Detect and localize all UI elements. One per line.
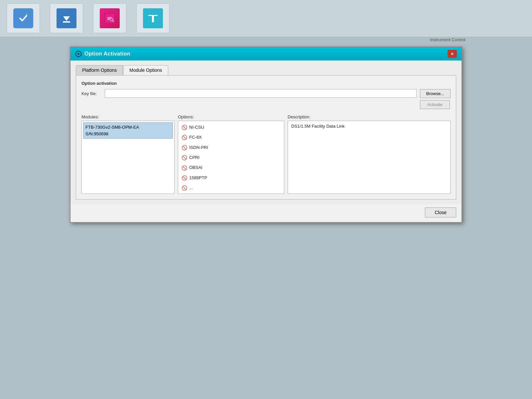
instrument-control-label: Instrument Control — [430, 37, 466, 42]
option-item-cpri[interactable]: 🚫 CPRI — [180, 153, 283, 163]
dialog-footer: Close — [70, 204, 462, 222]
option-item-isdn-pri[interactable]: 🚫 ISDN-PRI — [180, 143, 283, 153]
svg-point-15 — [77, 53, 80, 55]
dialog-content: Platform Options Module Options Option a… — [70, 61, 462, 204]
options-label: Options: — [178, 114, 284, 119]
description-list: DS1/1.5M Facility Data Link — [288, 121, 451, 194]
option-item-more[interactable]: 🚫 ... — [180, 183, 283, 193]
option-label-more: ... — [189, 185, 193, 192]
title-bar: Option Activation × — [70, 47, 462, 61]
options-list[interactable]: 🚫 NI-CSU 🚫 FC-8X 🚫 ISDN-PRI 🚫 — [178, 121, 284, 194]
option-item-fc-8x[interactable]: 🚫 FC-8X — [180, 132, 283, 142]
option-label-1588ptp: 1588PTP — [189, 175, 207, 182]
option-label-ni-csu: NI-CSU — [189, 124, 204, 131]
toolbar-btn-checklist[interactable] — [7, 3, 40, 33]
section-title-option-activation: Option activation — [81, 81, 451, 86]
blocked-icon-isdn-pri: 🚫 — [182, 144, 187, 151]
options-column: Options: 🚫 NI-CSU 🚫 FC-8X 🚫 ISDN-PRI — [178, 114, 284, 194]
description-column: Description: DS1/1.5M Facility Data Link — [288, 114, 451, 194]
key-file-row: Key file: — [81, 89, 417, 98]
option-label-cpri: CPRI — [189, 154, 200, 161]
option-label-fc-8x: FC-8X — [189, 134, 202, 141]
blocked-icon-ni-csu: 🚫 — [182, 124, 187, 131]
svg-rect-4 — [63, 21, 70, 23]
browse-button[interactable]: Browse... — [420, 89, 451, 98]
tab-module-options[interactable]: Module Options — [123, 65, 168, 75]
description-text: DS1/1.5M Facility Data Link — [289, 122, 449, 130]
modules-label: Modules: — [81, 114, 175, 119]
option-item-1588ptp[interactable]: 🚫 1588PTP — [180, 173, 283, 183]
dialog-title: Option Activation — [84, 51, 130, 57]
tab-panel-module-options: Option activation Key file: Browse... Ac… — [76, 75, 456, 200]
module-item[interactable]: FTB-730Gv2-SM8-OPM-EAS/N:950698 — [83, 122, 173, 139]
modules-column: Modules: FTB-730Gv2-SM8-OPM-EAS/N:950698 — [81, 114, 175, 194]
svg-rect-13 — [152, 15, 154, 22]
download-icon — [57, 8, 76, 28]
toolbar-btn-t[interactable] — [136, 3, 170, 33]
blocked-icon-fc-8x: 🚫 — [182, 134, 187, 141]
right-buttons: Browse... Activate — [420, 89, 451, 109]
option-activation-dialog: Option Activation × Platform Options Mod… — [70, 47, 462, 223]
t-icon — [143, 8, 163, 28]
option-item-obsai[interactable]: 🚫 OBSAI — [180, 163, 283, 173]
title-bar-app-icon — [75, 51, 82, 57]
blocked-icon-obsai: 🚫 — [182, 164, 187, 172]
option-label-isdn-pri: ISDN-PRI — [189, 144, 208, 151]
blocked-icon-cpri: 🚫 — [182, 154, 187, 161]
close-dialog-button[interactable]: Close — [425, 207, 456, 217]
tabs-container: Platform Options Module Options — [76, 65, 456, 75]
modules-list[interactable]: FTB-730Gv2-SM8-OPM-EAS/N:950698 — [81, 121, 175, 194]
title-bar-left: Option Activation — [75, 51, 130, 57]
checklist-icon — [13, 8, 33, 28]
key-file-input[interactable] — [105, 89, 417, 98]
toolbar-btn-ic[interactable]: IC — [93, 3, 126, 33]
key-file-label: Key file: — [81, 91, 101, 96]
blocked-icon-1588ptp: 🚫 — [182, 174, 187, 182]
background-toolbar: IC — [0, 0, 532, 37]
toolbar-btn-download[interactable] — [50, 3, 83, 33]
tab-platform-options[interactable]: Platform Options — [76, 65, 123, 75]
option-label-obsai: OBSAI — [189, 164, 202, 171]
columns-row: Modules: FTB-730Gv2-SM8-OPM-EAS/N:950698… — [81, 114, 451, 194]
close-button[interactable]: × — [448, 50, 457, 58]
blocked-icon-more: 🚫 — [182, 184, 187, 192]
description-label: Description: — [288, 114, 451, 119]
option-item-ni-csu[interactable]: 🚫 NI-CSU — [180, 122, 283, 132]
activate-button[interactable]: Activate — [420, 100, 450, 109]
ic-icon: IC — [100, 8, 120, 28]
